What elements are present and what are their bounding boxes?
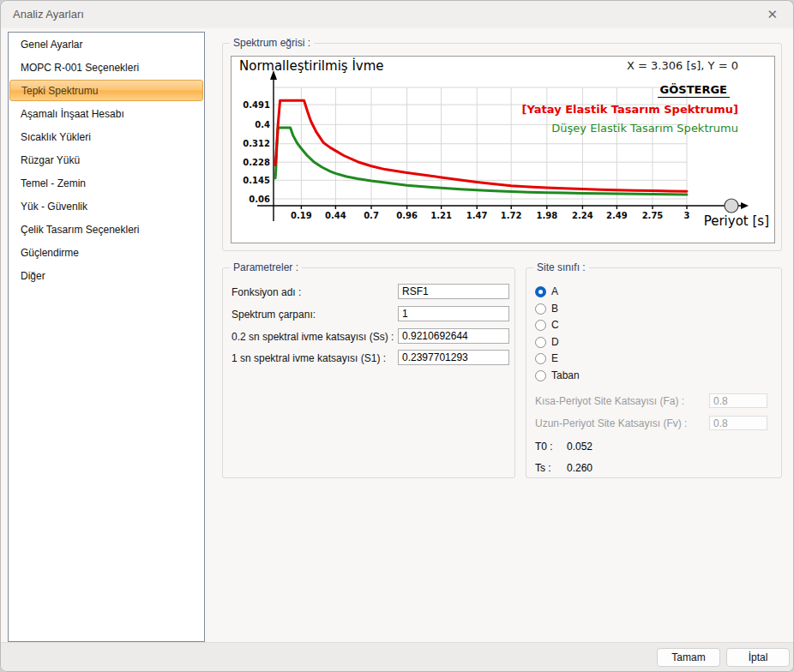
x-tick-label: 1.47 xyxy=(466,211,488,220)
settings-category-list: Genel Ayarlar MOPC R-001 Seçenekleri Tep… xyxy=(8,32,205,642)
ts-value: 0.260 xyxy=(567,462,592,474)
close-icon[interactable]: ✕ xyxy=(761,1,783,28)
group-title-spectrum: Spektrum eğrisi : xyxy=(230,37,314,49)
x-axis-arrow-icon xyxy=(741,202,749,209)
sidebar-item-celik-tasarim-secenekleri[interactable]: Çelik Tasarım Seçenekleri xyxy=(9,218,203,241)
y-tick-label: 0.312 xyxy=(243,139,270,148)
x-tick-label: 0.44 xyxy=(325,211,346,220)
x-tick-label: 1.72 xyxy=(501,211,522,220)
radio-dot xyxy=(535,320,546,331)
radio-dot xyxy=(535,337,546,348)
x-tick-label: 2.24 xyxy=(572,211,593,220)
spectrum-chart-panel[interactable]: 0.190.440.70.961.211.471.721.982.242.492… xyxy=(231,56,775,243)
sidebar-item-temel-zemin[interactable]: Temel - Zemin xyxy=(9,171,203,195)
sidebar-item-label: MOPC R-001 Seçenekleri xyxy=(21,62,139,74)
window-title: Analiz Ayarları xyxy=(13,1,84,28)
legend-title: GÖSTERGE xyxy=(658,83,730,98)
axis-slider-handle[interactable] xyxy=(725,199,738,213)
sidebar-item-tepki-spektrumu[interactable]: Tepki Spektrumu xyxy=(9,80,203,101)
y-tick-label: 0.228 xyxy=(243,158,270,167)
sidebar-item-diger[interactable]: Diğer xyxy=(9,264,203,287)
x-tick-label: 0.19 xyxy=(291,211,312,220)
radio-dot xyxy=(535,370,546,381)
radio-site-class-e[interactable]: E xyxy=(535,351,558,365)
radio-dot xyxy=(535,286,546,297)
sidebar-item-sicaklik-yukleri[interactable]: Sıcaklık Yükleri xyxy=(9,125,203,148)
radio-site-class-taban[interactable]: Taban xyxy=(535,369,580,382)
x-tick-label: 0.96 xyxy=(396,211,418,220)
sidebar-item-label: Çelik Tasarım Seçenekleri xyxy=(21,224,140,236)
group-title-site-class: Site sınıfı : xyxy=(533,261,589,273)
radio-label: E xyxy=(551,352,558,364)
radio-site-class-c[interactable]: C xyxy=(535,318,559,332)
x-tick-label: 2.49 xyxy=(606,211,628,220)
x-tick-label: 0.7 xyxy=(364,211,379,220)
sidebar-item-asamali-insaat-hesabi[interactable]: Aşamalı İnşaat Hesabı xyxy=(9,102,203,125)
sidebar-item-label: Diğer xyxy=(21,270,45,282)
s1-coefficient-input[interactable] xyxy=(398,350,509,365)
sidebar-item-mopc-r-001-secenekleri[interactable]: MOPC R-001 Seçenekleri xyxy=(9,56,203,79)
legend-item-horizontal-spectrum: [Yatay Elastik Tasarım Spektrumu] xyxy=(522,103,738,116)
y-tick-label: 0.4 xyxy=(255,120,270,129)
y-tick-label: 0.06 xyxy=(249,195,270,204)
s1-coefficient-label: 1 sn spektral ivme katsayısı (S1) : xyxy=(232,352,386,364)
parameters-group: Parametreler : Fonksiyon adı : Spektrum … xyxy=(222,267,515,478)
cursor-coordinates-readout: X = 3.306 [s], Y = 0 xyxy=(627,59,738,72)
sidebar-item-label: Tepki Spektrumu xyxy=(21,85,98,97)
radio-label: B xyxy=(551,303,558,315)
ok-button[interactable]: Tamam xyxy=(657,648,720,667)
ss-coefficient-input[interactable] xyxy=(398,328,509,344)
group-title-parameters: Parametreler : xyxy=(230,261,302,273)
cancel-button[interactable]: İptal xyxy=(726,648,790,667)
radio-site-class-b[interactable]: B xyxy=(535,302,558,315)
fv-coefficient-label: Uzun-Periyot Site Katsayısı (Fv) : xyxy=(535,417,687,429)
x-tick-label: 2.75 xyxy=(642,211,664,220)
x-tick-label: 1.21 xyxy=(430,211,452,220)
sidebar-item-label: Rüzgar Yükü xyxy=(21,154,80,166)
ts-label: Ts : xyxy=(535,462,551,474)
sidebar-item-label: Güçlendirme xyxy=(21,247,79,259)
t0-value: 0.052 xyxy=(567,441,592,453)
radio-site-class-d[interactable]: D xyxy=(535,335,559,349)
fa-coefficient-input xyxy=(709,393,767,408)
sidebar-item-yuk-guvenlik[interactable]: Yük - Güvenlik xyxy=(9,195,203,218)
radio-label: D xyxy=(551,336,559,348)
radio-label: Taban xyxy=(551,369,580,381)
spectrum-curve-group: Spektrum eğrisi : 0.190.440.70.961.211.4… xyxy=(222,43,782,251)
sidebar-item-label: Temel - Zemin xyxy=(21,177,86,189)
y-tick-label: 0.145 xyxy=(243,176,270,185)
radio-dot xyxy=(535,303,546,315)
chart-title: Normalleştirilmiş İvme xyxy=(239,58,384,74)
sidebar-item-label: Aşamalı İnşaat Hesabı xyxy=(21,108,124,120)
x-axis-title: Periyot [s] xyxy=(704,213,769,229)
radio-dot xyxy=(535,353,546,364)
analysis-settings-dialog: Analiz Ayarları ✕ Genel Ayarlar MOPC R-0… xyxy=(0,0,794,672)
spectrum-curve xyxy=(275,128,687,195)
sidebar-item-guclendirme[interactable]: Güçlendirme xyxy=(9,241,203,264)
spectrum-multiplier-input[interactable] xyxy=(398,306,509,321)
x-tick-label: 3 xyxy=(684,211,690,220)
sidebar-item-genel-ayarlar[interactable]: Genel Ayarlar xyxy=(9,33,203,56)
spectrum-multiplier-label: Spektrum çarpanı: xyxy=(232,309,316,321)
radio-site-class-a[interactable]: A xyxy=(535,285,558,298)
site-class-group: Site sınıfı : A B C D E Taban Kısa-Periy… xyxy=(526,267,782,478)
sidebar-item-label: Yük - Güvenlik xyxy=(21,201,87,213)
ss-coefficient-label: 0.2 sn spektral ivme katsayısı (Ss) : xyxy=(232,331,394,343)
sidebar-item-label: Sıcaklık Yükleri xyxy=(21,131,91,143)
sidebar-item-ruzgar-yuku[interactable]: Rüzgar Yükü xyxy=(9,148,203,171)
t0-label: T0 : xyxy=(535,441,553,453)
fa-coefficient-label: Kısa-Periyot Site Katsayısı (Fa) : xyxy=(535,395,684,407)
fv-coefficient-input xyxy=(709,416,767,430)
radio-label: A xyxy=(551,285,558,297)
function-name-input[interactable] xyxy=(398,284,509,299)
radio-label: C xyxy=(551,319,559,331)
y-tick-label: 0.491 xyxy=(243,100,270,110)
x-tick-label: 1.98 xyxy=(536,211,557,220)
sidebar-item-label: Genel Ayarlar xyxy=(21,39,83,51)
title-bar: Analiz Ayarları ✕ xyxy=(1,1,793,28)
function-name-label: Fonksiyon adı : xyxy=(232,286,301,298)
legend-item-vertical-spectrum: Düşey Elastik Tasarım Spektrumu xyxy=(551,122,738,135)
